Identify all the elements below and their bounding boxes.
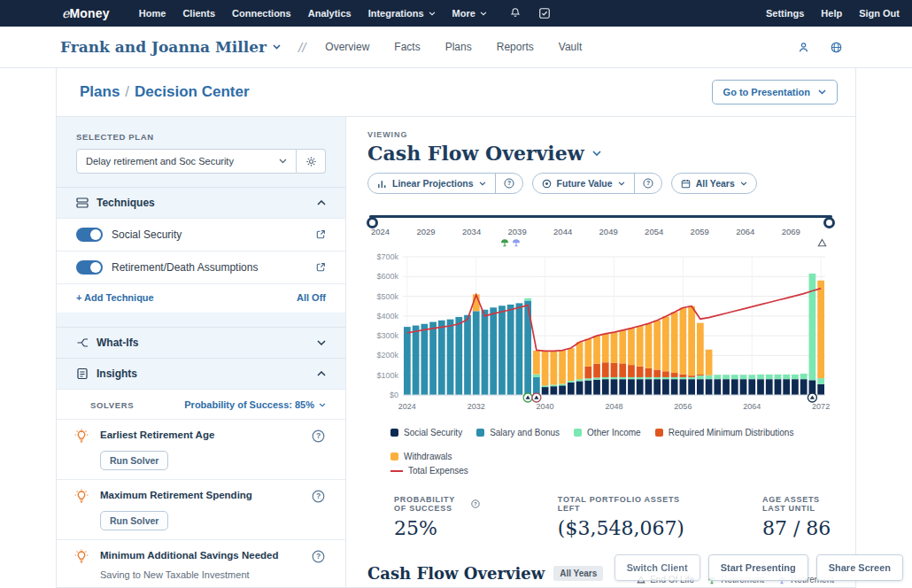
- sidebar: SELECTED PLAN Delay retirement and Soc S…: [57, 117, 346, 587]
- svg-text:2040: 2040: [537, 402, 554, 411]
- nav-integrations[interactable]: Integrations: [368, 8, 436, 19]
- slider-year-labels: 2024 2029 2034 2039 2044 2049 2054 2059 …: [371, 227, 800, 236]
- chevron-down-icon: [319, 403, 326, 407]
- globe-icon[interactable]: [830, 41, 843, 54]
- external-link-icon[interactable]: [315, 229, 326, 240]
- chart-legend: Social Security Salary and Bonus Other I…: [390, 428, 834, 476]
- legend-label: Total Expenses: [408, 466, 468, 476]
- person-icon[interactable]: [797, 41, 810, 54]
- start-presenting-button[interactable]: Start Presenting: [708, 554, 808, 581]
- probability-of-success-dropdown[interactable]: Probability of Success: 85%: [184, 399, 326, 410]
- client-name-dropdown[interactable]: Frank and Joanna Miller: [60, 38, 281, 56]
- solvers-label: SOLVERS: [90, 400, 134, 410]
- stat-label: TOTAL PORTFOLIO ASSETS LEFT: [558, 495, 684, 513]
- nav-connections[interactable]: Connections: [232, 8, 291, 19]
- emoney-logo[interactable]: eMoney: [62, 6, 110, 20]
- insights-title: Insights: [97, 368, 137, 380]
- nav-settings[interactable]: Settings: [766, 8, 804, 19]
- tab-vault[interactable]: Vault: [559, 41, 582, 53]
- retirement-umbrella-icon-green: [500, 238, 509, 247]
- slider-year: 2044: [553, 227, 572, 236]
- nav-clients[interactable]: Clients: [182, 8, 215, 19]
- view-title-dropdown[interactable]: Cash Flow Overview: [367, 142, 834, 165]
- techniques-section-header[interactable]: Techniques: [57, 187, 345, 218]
- tab-reports[interactable]: Reports: [497, 41, 534, 53]
- page-header: Plans/Decision Center Go to Presentation: [57, 68, 855, 117]
- technique-label: Social Security: [112, 228, 182, 241]
- go-to-presentation-button[interactable]: Go to Presentation: [712, 80, 838, 104]
- legend-swatch: [390, 429, 398, 437]
- nav-integrations-label: Integrations: [368, 8, 424, 19]
- lightbulb-icon: [71, 549, 92, 564]
- solver-title: Minimum Additional Savings Needed: [100, 548, 302, 564]
- help-circle-icon[interactable]: ?: [310, 548, 326, 564]
- retirement-death-toggle[interactable]: [76, 260, 103, 275]
- selected-plan-select[interactable]: Delay retirement and Soc Security: [76, 149, 297, 174]
- run-solver-button[interactable]: Run Solver: [100, 511, 168, 530]
- technique-label: Retirement/Death Assumptions: [112, 261, 258, 274]
- legend-salary-and-bonus: Salary and Bonus: [476, 428, 560, 437]
- slider-handle-end[interactable]: [823, 217, 835, 228]
- stat-value: 25%: [394, 517, 480, 539]
- share-screen-button[interactable]: Share Screen: [816, 554, 903, 581]
- legend-label: Withdrawals: [404, 452, 452, 461]
- info-circle-icon[interactable]: ?: [471, 499, 480, 508]
- nav-home[interactable]: Home: [139, 8, 166, 19]
- slider-year: 2049: [599, 227, 618, 236]
- plan-settings-button[interactable]: [297, 149, 326, 174]
- tasks-check-icon[interactable]: [538, 7, 551, 19]
- switch-client-button[interactable]: Switch Client: [614, 554, 700, 581]
- help-circle-icon[interactable]: ?: [310, 488, 326, 504]
- nav-help[interactable]: Help: [821, 8, 842, 19]
- techniques-icon: [76, 197, 89, 209]
- svg-text:$600k: $600k: [376, 272, 398, 281]
- selected-plan-label: SELECTED PLAN: [76, 132, 326, 142]
- social-security-toggle[interactable]: [76, 228, 103, 242]
- breadcrumb-plans-link[interactable]: Plans: [80, 83, 120, 100]
- retirement-umbrella-icon-blue: [512, 238, 521, 247]
- slider-year: 2069: [782, 227, 800, 236]
- tab-overview[interactable]: Overview: [325, 41, 369, 53]
- end-of-life-triangle-icon: [817, 238, 827, 247]
- chevron-down-icon: [429, 12, 436, 16]
- notifications-bell-icon[interactable]: [509, 7, 522, 19]
- legend-label: Required Minimum Distributions: [669, 428, 794, 437]
- cash-flow-chart[interactable]: $0$100k$200k$300k$400k$500k$600k$700k202…: [367, 250, 831, 423]
- svg-text:?: ?: [507, 180, 511, 186]
- slider-track[interactable]: [369, 215, 832, 218]
- all-off-link[interactable]: All Off: [297, 292, 326, 303]
- years-range-dropdown[interactable]: All Years: [671, 173, 757, 194]
- assumptions-label: Assumptions: [100, 586, 162, 587]
- nav-more[interactable]: More: [452, 8, 487, 19]
- legend-label: Social Security: [404, 428, 462, 437]
- value-mode-dropdown[interactable]: Future Value ?: [532, 173, 662, 194]
- tab-facts[interactable]: Facts: [394, 41, 420, 53]
- legend-swatch: [574, 429, 582, 437]
- slider-year: 2029: [417, 227, 436, 236]
- help-circle-icon[interactable]: ?: [310, 428, 326, 444]
- technique-row-social-security: Social Security: [57, 218, 345, 251]
- insights-section-header[interactable]: Insights: [57, 359, 345, 389]
- chevron-down-icon: [592, 151, 601, 157]
- external-link-icon[interactable]: [315, 262, 326, 273]
- info-circle-icon[interactable]: ?: [634, 174, 661, 193]
- svg-text:2072: 2072: [812, 402, 830, 411]
- legend-label: Salary and Bonus: [490, 428, 560, 437]
- solver-earliest-retirement-age: Earliest Retirement Age ? Run Solver: [57, 419, 345, 479]
- nav-sign-out[interactable]: Sign Out: [859, 8, 900, 19]
- slider-year: 2054: [645, 227, 663, 236]
- run-solver-button[interactable]: Run Solver: [100, 451, 168, 470]
- legend-rmd: Required Minimum Distributions: [655, 428, 794, 437]
- add-technique-link[interactable]: + Add Technique: [76, 292, 154, 303]
- assumptions-dropdown[interactable]: Assumptions: [100, 586, 302, 587]
- info-circle-icon[interactable]: ?: [495, 174, 522, 193]
- projection-mode-dropdown[interactable]: Linear Projections ?: [367, 173, 523, 194]
- page-title: Decision Center: [135, 83, 249, 100]
- svg-text:?: ?: [474, 501, 477, 507]
- svg-text:$0: $0: [390, 391, 398, 399]
- all-years-badge: All Years: [553, 566, 603, 581]
- stat-label: PROBABILITY OF SUCCESS: [394, 495, 467, 513]
- whatifs-section-header[interactable]: What-Ifs: [57, 327, 345, 359]
- nav-analytics[interactable]: Analytics: [308, 8, 352, 19]
- tab-plans[interactable]: Plans: [445, 41, 472, 53]
